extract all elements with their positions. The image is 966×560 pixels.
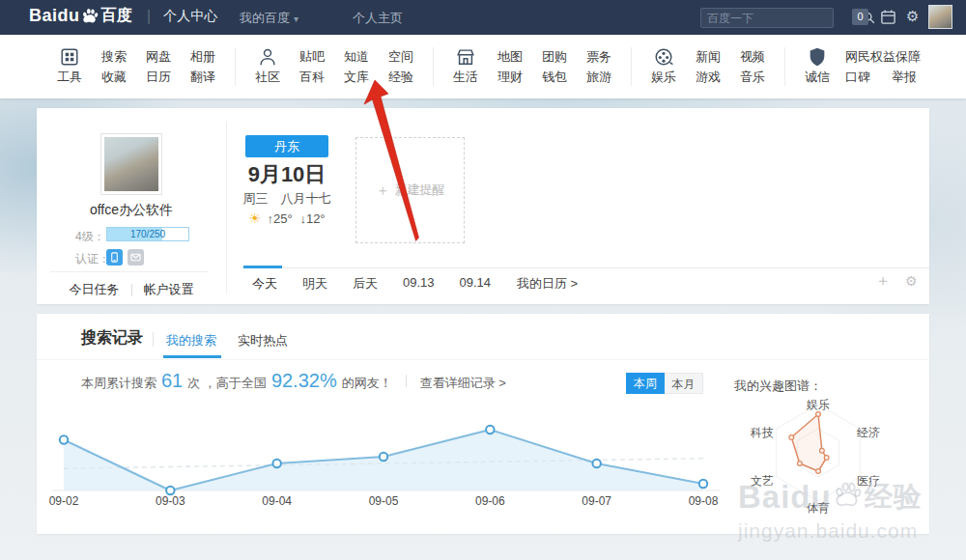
baidu-personal-center-page: Baidu 百度 ｜ 个人中心 我的百度▾ 个人主页: [0, 0, 966, 560]
service-link-新闻[interactable]: 新闻: [692, 46, 724, 67]
radar-vertex-娱乐: [816, 412, 821, 417]
service-娱乐[interactable]: 娱乐: [647, 46, 680, 87]
title-divider: [153, 332, 154, 347]
radar-polygon: [791, 414, 826, 471]
service-link-钱包[interactable]: 钱包: [538, 67, 571, 87]
service-link-旅游[interactable]: 旅游: [582, 67, 615, 87]
baidu-logo[interactable]: Baidu 百度 ｜ 个人中心: [29, 6, 217, 26]
service-link-百科[interactable]: 百科: [296, 67, 328, 87]
my-calendar-link[interactable]: 我的日历 >: [517, 275, 578, 293]
services-divider: [784, 47, 785, 86]
nav-avatar[interactable]: [928, 5, 952, 29]
city-button[interactable]: 丹东: [245, 135, 328, 157]
search-input[interactable]: [701, 12, 863, 25]
tab-my-searches[interactable]: 我的搜索: [166, 332, 216, 350]
day-tab-1[interactable]: 今天: [252, 275, 277, 293]
service-link-经验[interactable]: 经验: [384, 67, 417, 87]
service-link-团购[interactable]: 团购: [538, 46, 571, 67]
radar-label-医疗: 医疗: [857, 474, 880, 488]
gear-icon[interactable]: ⚙: [905, 273, 918, 289]
shield-icon: [801, 46, 834, 68]
profile-avatar[interactable]: [100, 133, 162, 195]
chart-point-09-08: [699, 480, 707, 488]
email-verify-icon[interactable]: [128, 249, 144, 266]
stats-divider: [406, 375, 407, 387]
add-icon[interactable]: ＋: [875, 273, 891, 289]
settings-gear-icon[interactable]: ⚙: [906, 8, 919, 25]
avatar-photo: [104, 137, 158, 191]
service-link-相册[interactable]: 相册: [186, 46, 219, 67]
view-detail-link[interactable]: 查看详细记录 >: [420, 375, 506, 392]
baidu-logo-cn: 百度: [101, 6, 132, 26]
username[interactable]: offce办公软件: [37, 202, 226, 219]
nav-my-baidu[interactable]: 我的百度▾: [240, 10, 298, 27]
service-link-理财[interactable]: 理财: [494, 67, 526, 87]
chart-point-09-05: [380, 453, 387, 461]
baidu-paw-icon: [81, 8, 99, 24]
day-tab-4[interactable]: 09.13: [403, 275, 435, 293]
profile-divider: [50, 271, 209, 272]
radar-label-体育: 体育: [807, 501, 830, 515]
service-item: 贴吧百科: [296, 46, 328, 87]
service-item: 知道文库: [340, 46, 373, 87]
service-link-搜索[interactable]: 搜索: [98, 46, 130, 67]
today-task-link[interactable]: 今日任务: [70, 281, 120, 298]
tab-underline: [163, 355, 221, 358]
calendar-icon[interactable]: [880, 9, 896, 25]
service-link-音乐[interactable]: 音乐: [736, 67, 769, 87]
period-week-button[interactable]: 本周: [626, 373, 665, 394]
weather-temps: ☀ ↑25° ↓12°: [220, 210, 354, 226]
top-navbar: Baidu 百度 ｜ 个人中心 我的百度▾ 个人主页: [0, 0, 966, 35]
service-link-日历[interactable]: 日历: [142, 67, 175, 87]
x-tick-label: 09-06: [475, 494, 505, 508]
services-divider: [631, 47, 632, 86]
day-tab-5[interactable]: 09.14: [460, 275, 492, 293]
radar-vertex-经济: [820, 448, 825, 453]
weather-weekday-lunar: 周三 八月十七: [220, 190, 354, 208]
service-诚信[interactable]: 诚信: [801, 46, 834, 87]
service-link-网盘[interactable]: 网盘: [142, 46, 175, 67]
service-工具[interactable]: 工具: [53, 46, 86, 87]
radar-label-科技: 科技: [750, 426, 774, 439]
tab-realtime-hot[interactable]: 实时热点: [238, 332, 288, 350]
service-link-空间[interactable]: 空间: [384, 46, 417, 67]
service-link-视频[interactable]: 视频: [736, 46, 769, 67]
service-link-口碑[interactable]: 口碑: [845, 67, 870, 87]
service-link-地图[interactable]: 地图: [494, 46, 526, 67]
phone-verified-icon[interactable]: [106, 249, 123, 266]
film-icon: [647, 46, 680, 68]
service-link-贴吧[interactable]: 贴吧: [296, 46, 328, 67]
service-link-知道[interactable]: 知道: [340, 46, 373, 67]
verify-label: 认证：: [75, 251, 110, 267]
header-bottom-line: [37, 359, 929, 360]
account-settings-link[interactable]: 帐户设置: [144, 281, 194, 298]
chart-point-09-07: [592, 460, 600, 467]
nav-personal-homepage[interactable]: 个人主页: [353, 10, 403, 27]
service-社区[interactable]: 社区: [251, 46, 284, 87]
day-tab-2[interactable]: 明天: [302, 275, 327, 293]
notification-badge[interactable]: 0: [852, 9, 868, 25]
service-item: 新闻游戏: [692, 46, 724, 87]
level-progress-bar[interactable]: 170/250: [106, 227, 189, 241]
service-生活[interactable]: 生活: [449, 46, 482, 87]
service-link-翻译[interactable]: 翻译: [186, 67, 219, 87]
service-link-文库[interactable]: 文库: [340, 67, 373, 87]
x-tick-label: 09-02: [49, 494, 79, 508]
sun-icon: ☀: [248, 210, 261, 226]
day-tabs: 今天明天后天09.1309.14: [252, 275, 491, 293]
new-reminder-box[interactable]: ＋ 新建提醒: [355, 137, 465, 243]
service-item: 团购钱包: [538, 46, 571, 87]
service-link-收藏[interactable]: 收藏: [98, 67, 130, 87]
services-divider: [235, 47, 236, 86]
links-divider: [131, 284, 132, 296]
chevron-down-icon: ▾: [294, 14, 298, 24]
service-link-游戏[interactable]: 游戏: [692, 67, 724, 87]
service-link-票务[interactable]: 票务: [582, 46, 615, 67]
services-divider: [433, 47, 434, 86]
period-month-button[interactable]: 本月: [665, 373, 703, 394]
services-toolbar: 工具搜索收藏网盘日历相册翻译社区贴吧百科知道文库空间经验生活地图理财团购钱包票务…: [0, 35, 966, 98]
service-link-网民权益保障[interactable]: 网民权益保障: [845, 46, 938, 67]
day-tab-3[interactable]: 后天: [353, 275, 378, 293]
radar-label-经济: 经济: [857, 426, 880, 439]
service-link-举报[interactable]: 举报: [892, 67, 917, 87]
